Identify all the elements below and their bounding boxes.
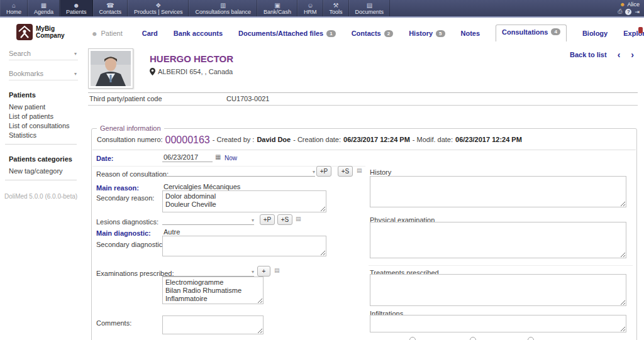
tab-consultations[interactable]: Consultations4 — [496, 25, 567, 41]
main-content: ☻ Patient Card Bank accounts Documents/A… — [82, 18, 644, 340]
patient-photo[interactable] — [88, 48, 133, 89]
consultation-header: Consultation numero:00000163- Created by… — [97, 134, 522, 146]
menu-consultations-balance[interactable]: ▥ Consultations balance — [189, 0, 257, 16]
patient-address-row: ALBERDI 654, , Canada — [150, 68, 233, 75]
radio-option-2[interactable] — [470, 337, 476, 340]
previous-record-icon[interactable]: ‹ — [618, 51, 621, 58]
chevron-down-icon: ▾ — [74, 51, 77, 57]
reason-of-consultation-label: Reason of consultation: — [96, 170, 169, 178]
tab-bank-accounts[interactable]: Bank accounts — [174, 30, 223, 37]
patient-code-label: Third party/patient code — [89, 95, 162, 102]
menu-agenda[interactable]: ▦ Agenda — [28, 0, 60, 16]
patients-icon: ☻ — [73, 2, 80, 9]
lesions-diagnostics-select[interactable]: ▾ — [162, 216, 254, 225]
radio-option-1[interactable] — [409, 337, 416, 340]
logout-icon[interactable]: ⇥ — [635, 9, 640, 15]
tab-documents[interactable]: Documents/Attached files1 — [238, 30, 336, 37]
app-version: DoliMed 5.0.0 (6.0.0-beta) — [0, 193, 82, 200]
patient-code-value: CU1703-0021 — [226, 95, 270, 102]
created-by-user: David Doe — [257, 136, 291, 143]
sidebar-item-statistics[interactable]: Statistics — [9, 130, 82, 140]
treatments-prescribed-textarea[interactable] — [370, 274, 626, 306]
back-to-list-link[interactable]: Back to list — [570, 51, 607, 58]
lesions-diagnostics-label: Lesions diagnostics: — [96, 218, 158, 226]
consultation-number: 00000163 — [165, 134, 210, 146]
history-textarea[interactable] — [370, 176, 626, 207]
menu-tools[interactable]: ⚒ Tools — [323, 0, 349, 16]
bookmarks-label: Bookmarks — [9, 70, 43, 77]
secondary-diagnostic-textarea[interactable] — [162, 236, 326, 256]
comments-textarea[interactable] — [162, 315, 264, 334]
user-menu[interactable]: ☻ Alice — [619, 1, 640, 8]
back-navigation: Back to list ‹ › — [570, 51, 634, 58]
physical-examination-textarea[interactable] — [370, 222, 626, 258]
general-information-panel: General information Consultation numero:… — [91, 128, 637, 340]
menu-tools-label: Tools — [330, 9, 343, 15]
tab-contacts[interactable]: Contacts2 — [352, 30, 394, 37]
help-icon[interactable]: ? — [625, 9, 631, 15]
sidebar-divider — [5, 180, 77, 180]
documents-count-badge: 1 — [326, 30, 335, 37]
menu-home-label: Home — [6, 9, 21, 15]
home-icon: ⌂ — [12, 2, 16, 9]
next-record-icon[interactable]: › — [631, 51, 634, 58]
tab-history[interactable]: History5 — [409, 30, 445, 37]
erase-icon[interactable]: ▤ — [296, 216, 301, 222]
erase-icon[interactable]: ▤ — [357, 167, 362, 173]
menu-products[interactable]: ❖ Products | Services — [128, 0, 189, 16]
infiltrations-textarea[interactable] — [370, 315, 626, 332]
sidebar-item-new-tag-category[interactable]: New tag/category — [9, 166, 82, 175]
menu-consultations-balance-label: Consultations balance — [195, 9, 251, 15]
examinations-textarea[interactable]: Electromiogramme Bilan Radio Rhumatisme … — [162, 277, 264, 304]
tab-card[interactable]: Card — [142, 30, 158, 37]
patient-name: HUERGO HECTOR — [150, 53, 233, 64]
history-count-badge: 5 — [436, 30, 445, 37]
menu-documents-label: Documents — [355, 9, 384, 15]
user-name: Alice — [627, 1, 640, 8]
menu-bank-label: Bank/Cash — [264, 9, 291, 15]
company-logo-icon — [16, 24, 33, 40]
sidebar-item-list-of-patients[interactable]: List of patients — [9, 111, 82, 121]
tools-icon: ⚒ — [333, 2, 339, 9]
dolimed-app: ⌂ Home ▦ Agenda ☻ Patients ☎ Contacts ❖ … — [0, 0, 644, 340]
erase-icon[interactable]: ▤ — [274, 267, 280, 273]
add-principal-diagnostic-button[interactable]: +P — [260, 214, 275, 225]
sidebar-item-new-patient[interactable]: New patient — [9, 102, 82, 111]
user-icon: ☻ — [619, 1, 625, 8]
now-link[interactable]: Now — [225, 155, 237, 162]
company-logo[interactable]: MyBig Company — [16, 24, 82, 40]
print-icon[interactable]: ⎙ — [618, 8, 622, 15]
divider — [88, 92, 638, 93]
menu-patients[interactable]: ☻ Patients — [60, 0, 93, 16]
chevron-down-icon: ▾ — [313, 169, 315, 175]
search-dropdown[interactable]: Search ▾ — [9, 48, 78, 60]
menu-home[interactable]: ⌂ Home — [0, 0, 28, 16]
secondary-reason-textarea[interactable]: Dolor abdominal Douleur Cheville — [162, 190, 326, 212]
radio-option-3[interactable] — [528, 337, 534, 340]
search-label: Search — [9, 50, 31, 57]
examinations-select[interactable]: ▾ — [162, 267, 254, 277]
date-input[interactable] — [162, 152, 213, 162]
contacts-icon: ☎ — [106, 2, 114, 9]
tab-notes[interactable]: Notes — [461, 30, 480, 37]
menu-hrm[interactable]: ☺ HRM — [297, 0, 323, 16]
sidebar-section-patients-categories: Patients categories — [9, 155, 82, 163]
menu-contacts[interactable]: ☎ Contacts — [93, 0, 128, 16]
menu-documents[interactable]: ▤ Documents — [349, 0, 391, 16]
add-examination-button[interactable]: + — [257, 266, 270, 277]
menu-bank[interactable]: ▣ Bank/Cash — [257, 0, 297, 16]
add-principal-reason-button[interactable]: +P — [316, 166, 331, 177]
add-secondary-reason-button[interactable]: +S — [338, 166, 353, 177]
sidebar-item-list-of-consultations[interactable]: List of consultations — [9, 121, 82, 130]
chevron-down-icon: ▾ — [252, 217, 254, 223]
divider — [88, 105, 638, 106]
patient-address: ALBERDI 654, , Canada — [158, 68, 233, 75]
sidebar-section-patients: Patients — [9, 91, 82, 99]
tab-biology[interactable]: Biology — [582, 30, 608, 37]
bookmarks-dropdown[interactable]: Bookmarks ▾ — [9, 69, 78, 80]
add-secondary-diagnostic-button[interactable]: +S — [277, 214, 292, 225]
consultation-number-label: Consultation numero: — [97, 136, 163, 143]
calendar-icon[interactable]: ▦ — [215, 154, 221, 160]
reason-select[interactable]: ▾ — [162, 167, 315, 177]
contacts-count-badge: 2 — [384, 30, 393, 37]
